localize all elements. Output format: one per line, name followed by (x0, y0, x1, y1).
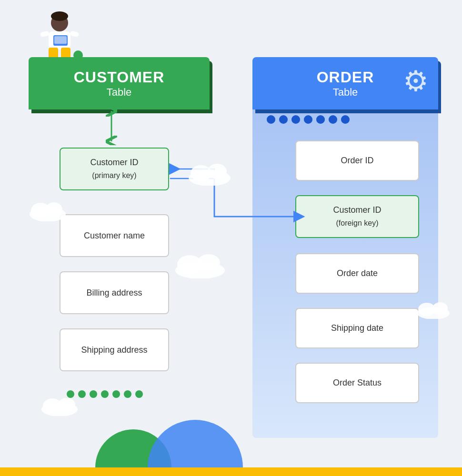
customer-dot-6 (124, 390, 131, 398)
order-date-field: Order date (295, 253, 419, 294)
order-dot-3 (291, 115, 300, 124)
customer-dot-3 (90, 390, 97, 398)
customer-id-field: Customer ID(primary key) (60, 148, 169, 190)
order-dot-5 (316, 115, 325, 124)
customer-name-field: Customer name (60, 214, 169, 257)
svg-point-17 (197, 254, 220, 271)
cloud-top-center (186, 162, 233, 186)
order-date-label: Order date (337, 268, 378, 278)
billing-address-label: Billing address (86, 288, 142, 298)
customer-id-label: Customer ID(primary key) (90, 156, 138, 182)
svg-point-23 (432, 302, 448, 315)
cloud-bottom-left (38, 395, 81, 416)
bottom-bar (0, 467, 462, 476)
order-dot-6 (329, 115, 337, 124)
cloud-middle (171, 252, 229, 278)
cloud-bottom-right (414, 300, 452, 319)
order-status-field: Order Status (295, 363, 419, 403)
order-id-field: Order ID (295, 140, 419, 181)
svg-point-20 (208, 164, 227, 179)
order-dot-7 (341, 115, 350, 124)
gear-icon: ⚙ (403, 64, 429, 98)
customer-table-subtitle: Table (107, 86, 132, 99)
order-customer-id-field: Customer ID(foreign key) (295, 195, 419, 238)
svg-rect-6 (70, 31, 79, 37)
svg-point-1 (51, 11, 68, 21)
vertical-double-arrow (102, 107, 121, 145)
shipping-address-field: Shipping address (60, 328, 169, 371)
order-customer-id-label: Customer ID(foreign key) (333, 204, 381, 229)
customer-table-header: CUSTOMER Table (29, 57, 210, 109)
billing-address-field: Billing address (60, 271, 169, 314)
customer-name-label: Customer name (84, 231, 145, 241)
shipping-address-label: Shipping address (81, 345, 147, 355)
order-table-header: ORDER Table ⚙ (252, 57, 438, 109)
shipping-date-label: Shipping date (331, 323, 383, 333)
order-dot-2 (279, 115, 288, 124)
svg-rect-8 (54, 36, 67, 44)
customer-dot-7 (135, 390, 143, 398)
svg-point-26 (58, 398, 75, 411)
customer-dot-5 (112, 390, 120, 398)
order-status-label: Order Status (333, 378, 382, 388)
order-dot-1 (267, 115, 275, 124)
customer-table-title: CUSTOMER (74, 69, 165, 86)
order-table-subtitle: Table (333, 86, 358, 99)
order-table-dots (267, 115, 350, 124)
order-table-title: ORDER (317, 69, 374, 86)
customer-dot-4 (101, 390, 109, 398)
shipping-date-field: Shipping date (295, 308, 419, 348)
svg-point-14 (45, 202, 62, 217)
order-dot-4 (304, 115, 312, 124)
order-id-label: Order ID (341, 156, 373, 166)
svg-rect-5 (40, 31, 49, 37)
cloud-left-1 (26, 200, 69, 221)
